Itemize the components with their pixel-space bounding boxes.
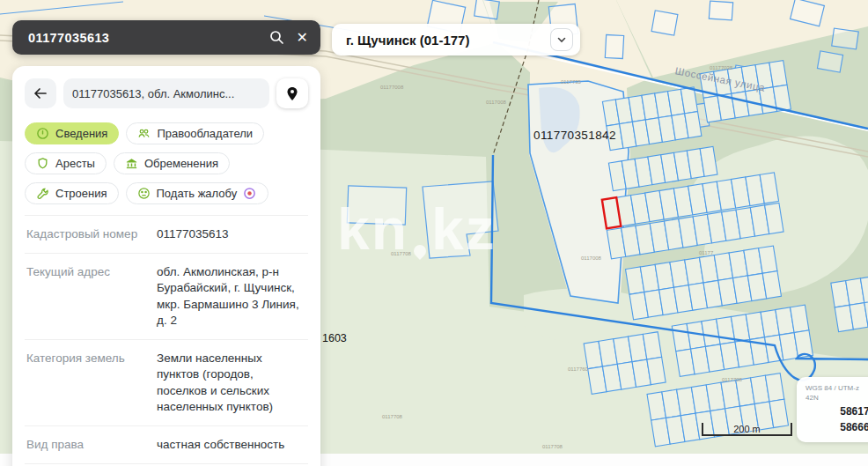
tiny-parcel-label: 0117708	[542, 444, 563, 449]
tab-label: Обременения	[144, 157, 218, 170]
detail-value: Земли населенных пунктов (городов, посел…	[157, 351, 306, 415]
detail-row: Вид правачастная собственность	[25, 425, 308, 463]
tab-stroeniya[interactable]: Строения	[25, 182, 119, 204]
scale-label: 200 m	[733, 424, 761, 434]
detail-value: частная собственность	[157, 437, 306, 453]
crs-zone: 42N	[805, 394, 868, 403]
tiny-parcel-label: 0117708	[382, 414, 402, 419]
tab-aresty[interactable]: Аресты	[25, 152, 107, 174]
easting-value: 586174.85	[805, 403, 868, 419]
tiny-parcel-label: 0117708	[722, 377, 742, 382]
detail-label: Категория земель	[26, 351, 157, 415]
search-icon[interactable]	[269, 30, 284, 45]
region-selector[interactable]: г. Щучинск (01-177)	[332, 24, 580, 55]
detail-label: Текущий адрес	[26, 264, 157, 329]
parcel-card: СведенияПравообладателиАрестыОбременения…	[12, 66, 320, 466]
crs-label: WGS 84 / UTM-z	[805, 384, 868, 394]
tiny-parcel-label: 0117008	[486, 100, 506, 105]
people-icon	[137, 127, 151, 140]
detail-label: Кадастровый номер	[26, 226, 157, 242]
close-icon[interactable]: ✕	[297, 31, 308, 45]
coordinates-box: WGS 84 / UTM-z 42N 586174.85 5866638.0	[797, 377, 868, 442]
info-clock-icon	[36, 127, 49, 140]
tab-obremeneniya[interactable]: Обременения	[114, 152, 230, 174]
tiny-parcel-label: 0117735	[561, 79, 581, 85]
seal-icon	[243, 187, 257, 201]
tab-label: Правообладатели	[157, 127, 253, 140]
tiny-parcel-label: 01177035	[710, 65, 732, 70]
wrench-icon	[36, 187, 49, 200]
chevron-down-icon[interactable]	[550, 28, 573, 51]
tiny-parcel-label: 0117708	[391, 251, 411, 256]
smiley-icon	[137, 187, 151, 200]
shield-icon	[36, 157, 49, 170]
tab-podat-zhalobu[interactable]: Подать жалобу	[126, 182, 269, 204]
tab-label: Строения	[55, 187, 107, 200]
parcel-number-label-partial: 1603	[322, 332, 347, 344]
tab-label: Аресты	[55, 157, 95, 170]
tiny-parcel-label: 01177	[699, 250, 713, 255]
detail-label: Вид права	[26, 437, 157, 453]
info-panel: 01177035613 ✕ СведенияПравообладателиАре…	[12, 20, 320, 466]
search-bar[interactable]: 01177035613 ✕	[12, 20, 320, 55]
tab-label: Подать жалобу	[157, 187, 238, 200]
detail-value: обл. Акмолинская, р-н Бурабайский, г. Щу…	[157, 264, 306, 329]
detail-row: Кадастровый номер01177035613	[25, 215, 308, 253]
tab-pravoobladateli[interactable]: Правообладатели	[126, 122, 264, 144]
northing-value: 5866638.0	[805, 419, 868, 435]
address-input[interactable]	[63, 78, 269, 108]
selected-parcel[interactable]	[602, 197, 621, 228]
tab-bar: СведенияПравообладателиАрестыОбременения…	[25, 122, 308, 204]
location-pin-button[interactable]	[276, 78, 308, 108]
tiny-parcel-label: 01177008	[380, 85, 403, 90]
bank-icon	[125, 157, 138, 170]
back-button[interactable]	[25, 78, 56, 108]
tiny-parcel-label: 0117008	[581, 255, 601, 261]
map-scale-bar: 200 m	[702, 423, 792, 436]
detail-row: Категория земельЗемли населенных пунктов…	[25, 339, 308, 425]
tab-label: Сведения	[55, 127, 107, 140]
detail-value: 01177035613	[157, 226, 306, 242]
tab-svedeniya[interactable]: Сведения	[25, 122, 119, 144]
detail-row: Текущий адресобл. Акмолинская, р-н Бураб…	[25, 253, 308, 339]
details-table: Кадастровый номер01177035613Текущий адре…	[25, 215, 308, 466]
parcel-number-label: 011770351842	[533, 129, 616, 142]
tiny-parcel-label: 0117760	[568, 366, 588, 372]
region-selector-value: г. Щучинск (01-177)	[346, 33, 469, 48]
search-query: 01177035613	[28, 31, 109, 45]
app-window: 0117700801177350117008011770350117708011…	[0, 0, 868, 466]
